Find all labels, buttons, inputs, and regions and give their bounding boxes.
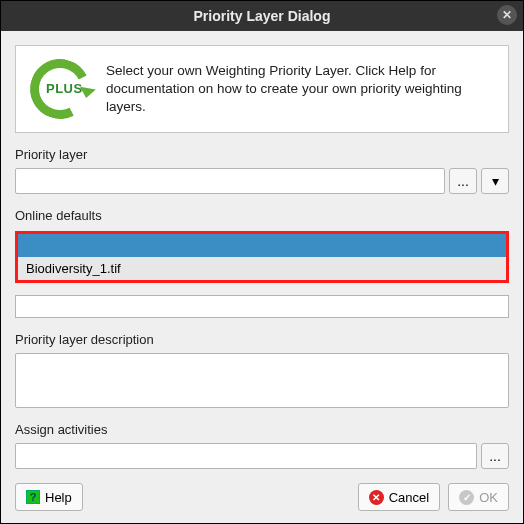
ok-button-label: OK	[479, 490, 498, 505]
dialog-title: Priority Layer Dialog	[194, 8, 331, 24]
list-item[interactable]: Biodiversity_1.tif	[18, 257, 506, 280]
cplus-logo: PLUS	[30, 59, 90, 119]
chevron-down-icon: ▾	[492, 173, 499, 189]
ellipsis-icon: ...	[457, 173, 469, 189]
priority-layer-input[interactable]	[15, 168, 445, 194]
dialog-footer: ? Help ✕ Cancel ✓ OK	[1, 475, 523, 523]
assign-activities-browse-button[interactable]: ...	[481, 443, 509, 469]
description-label: Priority layer description	[15, 332, 509, 347]
ok-button[interactable]: ✓ OK	[448, 483, 509, 511]
help-button[interactable]: ? Help	[15, 483, 83, 511]
titlebar: Priority Layer Dialog ✕	[1, 1, 523, 31]
cancel-button[interactable]: ✕ Cancel	[358, 483, 440, 511]
priority-layer-row: ... ▾	[15, 168, 509, 194]
assign-activities-row: ...	[15, 443, 509, 469]
close-button[interactable]: ✕	[497, 5, 517, 25]
list-item-label: Biodiversity_1.tif	[26, 261, 121, 276]
online-defaults-label: Online defaults	[15, 208, 509, 223]
assign-activities-label: Assign activities	[15, 422, 509, 437]
info-description: Select your own Weighting Priority Layer…	[106, 62, 494, 117]
list-item[interactable]	[18, 234, 506, 257]
cancel-button-label: Cancel	[389, 490, 429, 505]
info-panel: PLUS Select your own Weighting Priority …	[15, 45, 509, 133]
priority-layer-label: Priority layer	[15, 147, 509, 162]
assign-activities-input[interactable]	[15, 443, 477, 469]
dialog-content: PLUS Select your own Weighting Priority …	[1, 31, 523, 475]
online-defaults-listbox[interactable]: Biodiversity_1.tif	[18, 234, 506, 280]
online-defaults-highlight: Biodiversity_1.tif	[15, 231, 509, 283]
description-textarea[interactable]	[15, 353, 509, 408]
dialog-window: Priority Layer Dialog ✕ PLUS Select your…	[0, 0, 524, 524]
close-icon: ✕	[502, 8, 512, 22]
priority-layer-dropdown-button[interactable]: ▾	[481, 168, 509, 194]
ellipsis-icon: ...	[489, 448, 501, 464]
help-button-label: Help	[45, 490, 72, 505]
priority-layer-browse-button[interactable]: ...	[449, 168, 477, 194]
ok-icon: ✓	[459, 490, 474, 505]
help-icon: ?	[26, 490, 40, 504]
cancel-icon: ✕	[369, 490, 384, 505]
logo-text: PLUS	[46, 81, 83, 96]
spacer-box	[15, 295, 509, 318]
